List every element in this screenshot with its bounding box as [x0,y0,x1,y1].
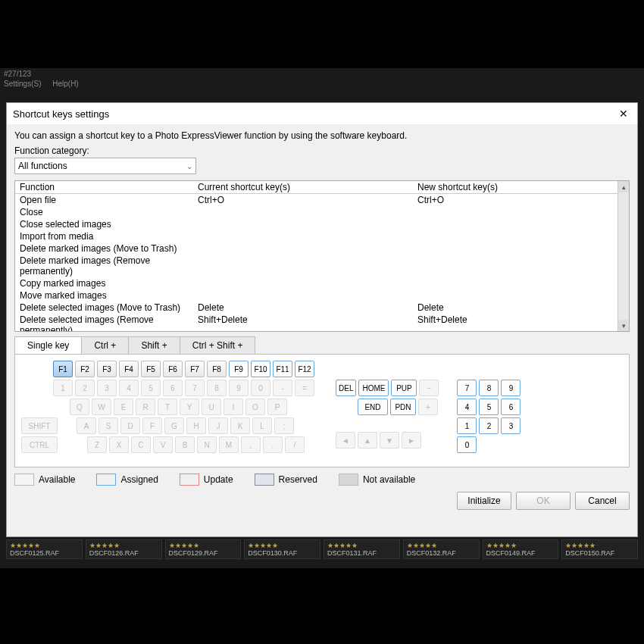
key-3[interactable]: 3 [97,380,117,396]
key-minus[interactable]: − [419,380,439,396]
key-C[interactable]: C [131,436,151,453]
key-F4[interactable]: F4 [119,361,139,377]
tab-ctrl-shift[interactable]: Ctrl + Shift + [180,336,256,354]
key-N[interactable]: N [197,436,217,453]
key-F3[interactable]: F3 [97,361,117,377]
key-V[interactable]: V [153,436,173,453]
table-row[interactable]: Delete selected images (Remove permanent… [15,314,617,331]
key-L[interactable]: L [252,417,272,434]
key-F11[interactable]: F11 [273,361,292,377]
key-5[interactable]: 5 [141,380,161,396]
table-row[interactable]: Open fileCtrl+OCtrl+O [15,194,617,206]
table-row[interactable]: Delete marked images (Remove permanently… [15,255,617,277]
key-.[interactable]: . [263,436,283,453]
thumbnail[interactable]: ★★★★★ DSCF0130.RAF [244,539,320,559]
scroll-down-icon[interactable]: ▾ [618,320,629,331]
thumbnail[interactable]: ★★★★★ DSCF0131.RAF [324,539,400,559]
key-T[interactable]: T [158,399,177,415]
key-D[interactable]: D [120,417,140,434]
key-G[interactable]: G [164,417,184,434]
tab-shift[interactable]: Shift + [128,336,180,354]
key-F12[interactable]: F12 [295,361,314,377]
key-4[interactable]: 4 [119,380,139,396]
key-num4[interactable]: 4 [457,399,477,415]
menu-help[interactable]: Help(H) [52,80,78,88]
key-H[interactable]: H [186,417,206,434]
key-K[interactable]: K [230,417,250,434]
key-7[interactable]: 7 [185,380,205,396]
thumbnail[interactable]: ★★★★★ DSCF0129.RAF [165,539,242,559]
key-I[interactable]: I [224,399,243,415]
key-2[interactable]: 2 [75,380,95,396]
key-,[interactable]: , [241,436,261,453]
key-num3[interactable]: 3 [501,417,521,434]
cancel-button[interactable]: Cancel [575,492,630,510]
key-pup[interactable]: PUP [391,380,417,396]
key-plus[interactable]: + [418,399,438,415]
table-row[interactable]: Import from media [15,230,617,242]
key-num9[interactable]: 9 [501,380,521,396]
table-row[interactable]: Delete selected images (Move to Trash)De… [15,302,617,314]
key-num7[interactable]: 7 [457,380,477,396]
key-F6[interactable]: F6 [163,361,183,377]
key-pdn[interactable]: PDN [390,399,416,415]
key-/[interactable]: / [285,436,305,453]
key-M[interactable]: M [219,436,239,453]
tab-single-key[interactable]: Single key [14,336,82,354]
key-J[interactable]: J [208,417,228,434]
key-F7[interactable]: F7 [185,361,205,377]
key-F10[interactable]: F10 [251,361,270,377]
key-home[interactable]: HOME [358,380,389,396]
category-select[interactable]: All functions [14,158,196,174]
close-icon[interactable]: ✕ [616,108,631,120]
key-F1[interactable]: F1 [53,361,73,377]
key-U[interactable]: U [202,399,221,415]
key-X[interactable]: X [109,436,129,453]
key-num0[interactable]: 0 [457,436,477,453]
key-6[interactable]: 6 [163,380,183,396]
key-num8[interactable]: 8 [479,380,499,396]
thumbnail[interactable]: ★★★★★ DSCF0125.RAF [6,539,83,559]
key-end[interactable]: END [358,399,388,415]
key-P[interactable]: P [267,399,287,415]
scroll-up-icon[interactable]: ▴ [618,181,629,192]
key-;[interactable]: ; [274,417,294,434]
tab-ctrl[interactable]: Ctrl + [81,336,129,354]
ok-button[interactable]: OK [516,492,571,510]
key-num1[interactable]: 1 [457,417,477,434]
key-Z[interactable]: Z [87,436,107,453]
key-O[interactable]: O [245,399,265,415]
key-F8[interactable]: F8 [207,361,227,377]
key-del[interactable]: DEL [336,380,356,396]
table-row[interactable]: Close [15,206,617,218]
key-8[interactable]: 8 [207,380,227,396]
key-Y[interactable]: Y [180,399,199,415]
key-E[interactable]: E [114,399,133,415]
key-num2[interactable]: 2 [479,417,499,434]
key-F2[interactable]: F2 [75,361,95,377]
key-=[interactable]: = [295,380,314,396]
key-R[interactable]: R [136,399,155,415]
key-S[interactable]: S [98,417,118,434]
table-row[interactable]: Copy marked images [15,277,617,289]
table-row[interactable]: Delete marked images (Move to Trash) [15,242,617,255]
key-arrow-up[interactable]: ▲ [358,432,377,449]
key-F5[interactable]: F5 [141,361,161,377]
key-1[interactable]: 1 [53,380,73,396]
table-scrollbar[interactable]: ▴ ▾ [617,181,629,331]
thumbnail[interactable]: ★★★★★ DSCF0150.RAF [561,539,638,559]
table-row[interactable]: Move marked images [15,289,617,302]
key-B[interactable]: B [175,436,195,453]
key-arrow-left[interactable]: ◄ [336,432,355,449]
table-row[interactable]: Close selected images [15,218,617,230]
key-Q[interactable]: Q [70,399,89,415]
key-F[interactable]: F [142,417,162,434]
thumbnail[interactable]: ★★★★★ DSCF0126.RAF [86,539,162,559]
key-ctrl[interactable]: CTRL [21,436,58,453]
key-0[interactable]: 0 [251,380,270,396]
thumbnail[interactable]: ★★★★★ DSCF0149.RAF [483,539,559,559]
key-num6[interactable]: 6 [501,399,521,415]
key-9[interactable]: 9 [229,380,249,396]
key-shift[interactable]: SHIFT [21,417,58,434]
key-W[interactable]: W [92,399,111,415]
